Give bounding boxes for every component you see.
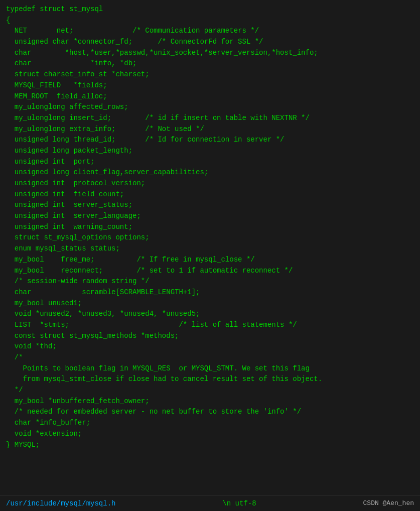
code-line: my_bool free_me; /* If free in mysql_clo… bbox=[6, 254, 414, 266]
code-line: void *unused2, *unused3, *unused4, *unus… bbox=[6, 309, 414, 320]
statusbar: /usr/include/mysql/mysql.h \n utf-8 CSDN… bbox=[0, 495, 420, 511]
code-line: my_bool unused1; bbox=[6, 298, 414, 309]
code-line: unsigned int server_language; bbox=[6, 211, 414, 222]
code-line: typedef struct st_mysql bbox=[6, 4, 414, 15]
code-line: MYSQL_FIELD *fields; bbox=[6, 80, 414, 91]
code-line: enum mysql_status status; bbox=[6, 243, 414, 254]
code-line: my_ulonglong affected_rows; bbox=[6, 102, 414, 113]
code-line: } MYSQL; bbox=[6, 440, 414, 451]
code-line: /* bbox=[6, 352, 414, 363]
code-line: struct charset_info_st *charset; bbox=[6, 69, 414, 80]
code-line: unsigned int field_count; bbox=[6, 189, 414, 200]
code-line: { bbox=[6, 15, 414, 26]
code-line: char *host,*user,*passwd,*unix_socket,*s… bbox=[6, 48, 414, 59]
code-container: typedef struct st_mysql{ NET net; /* Com… bbox=[0, 0, 420, 450]
code-line: unsigned int port; bbox=[6, 157, 414, 168]
code-line: MEM_ROOT field_alloc; bbox=[6, 91, 414, 102]
code-line: unsigned int server_status; bbox=[6, 200, 414, 211]
encoding: \n utf-8 bbox=[222, 499, 256, 507]
code-line: char *info, *db; bbox=[6, 58, 414, 69]
code-line: my_ulonglong extra_info; /* Not used */ bbox=[6, 124, 414, 135]
code-line: my_bool reconnect; /* set to 1 if automa… bbox=[6, 266, 414, 277]
code-line: unsigned char *connector_fd; /* Connecto… bbox=[6, 37, 414, 48]
code-line: NET net; /* Communication parameters */ bbox=[6, 26, 414, 37]
code-line: /* session-wide random string */ bbox=[6, 276, 414, 287]
filepath: /usr/include/mysql/mysql.h bbox=[6, 499, 115, 507]
code-line: struct st_mysql_options options; bbox=[6, 232, 414, 243]
code-line: unsigned long packet_length; bbox=[6, 146, 414, 157]
code-line: unsigned int protocol_version; bbox=[6, 178, 414, 189]
code-line: char *info_buffer; bbox=[6, 418, 414, 429]
code-line: */ bbox=[6, 385, 414, 396]
brand: CSDN @Aen_hen bbox=[363, 499, 414, 507]
code-line: void *thd; bbox=[6, 341, 414, 352]
code-line: unsigned int warning_count; bbox=[6, 222, 414, 233]
code-line: char scramble[SCRAMBLE_LENGTH+1]; bbox=[6, 287, 414, 298]
code-line: LIST *stmts; /* list of all statements *… bbox=[6, 320, 414, 331]
code-line: const struct st_mysql_methods *methods; bbox=[6, 331, 414, 342]
code-line: my_ulonglong insert_id; /* id if insert … bbox=[6, 113, 414, 124]
code-line: from mysql_stmt_close if close had to ca… bbox=[6, 374, 414, 385]
code-line: Points to boolean flag in MYSQL_RES or M… bbox=[6, 363, 414, 374]
code-line: my_bool *unbuffered_fetch_owner; bbox=[6, 396, 414, 407]
code-line: unsigned long thread_id; /* Id for conne… bbox=[6, 135, 414, 146]
code-line: /* needed for embedded server - no net b… bbox=[6, 407, 414, 418]
code-line: void *extension; bbox=[6, 429, 414, 440]
code-line: unsigned long client_flag,server_capabil… bbox=[6, 167, 414, 178]
